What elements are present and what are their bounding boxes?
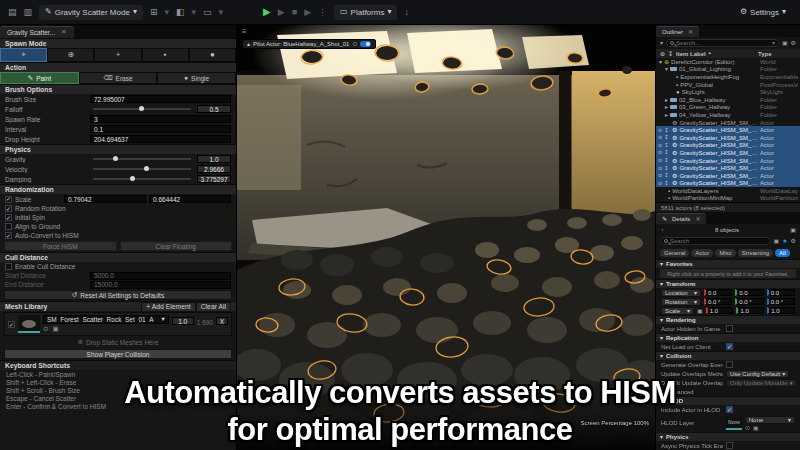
chip-general[interactable]: General (660, 249, 689, 257)
mesh-thumbnail[interactable] (18, 315, 40, 333)
outliner-row-selected[interactable]: ⊙↧ ⚙ GravityScatter_HISM_SM_Forest_ScatA… (656, 172, 800, 180)
scale-min-field[interactable]: 0.79042 (64, 195, 146, 203)
play-options-icon[interactable]: ⋮ (318, 8, 327, 17)
scale-z[interactable]: 1.0 (767, 307, 795, 314)
pin-icon[interactable]: ↧ (664, 181, 668, 186)
pin-icon[interactable]: ↧ (664, 166, 668, 171)
gravity-slider[interactable] (93, 158, 191, 160)
favorite-star-icon[interactable]: ★ (782, 238, 787, 244)
mesh-weight-field[interactable]: 1.0 (172, 317, 194, 325)
outliner-row[interactable]: ▸ 04_Yellow_HallwayFolder (656, 111, 800, 119)
caret-right-icon[interactable]: ▸ (665, 97, 668, 103)
caret-down-icon[interactable]: ▾ (665, 66, 668, 72)
falloff-slider[interactable] (93, 108, 191, 110)
rotation-y[interactable]: 0.0 ° (735, 298, 763, 305)
velocity-slider[interactable] (93, 168, 191, 170)
rotation-dropdown[interactable]: Rotation▾ (661, 298, 701, 306)
outliner-row[interactable]: ▪ PPV_GlobalPostProcessVolu (656, 81, 800, 89)
outliner-settings-icon[interactable]: ⚙ (791, 40, 796, 46)
generate-overlap-checkbox[interactable] (726, 361, 733, 368)
outliner-row-selected[interactable]: ⊙↧ ⚙ GravityScatter_HISM_SM_Forest_ScatA… (656, 134, 800, 142)
platforms-dropdown[interactable]: ▭ Platforms ▾ (334, 5, 397, 20)
details-settings-icon[interactable]: ⚙ (791, 238, 796, 244)
chevron-down-icon[interactable]: ▾ (219, 8, 224, 17)
chip-actor[interactable]: Actor (691, 249, 713, 257)
settings-small-icon[interactable]: ▣ (774, 238, 780, 244)
outliner-row-selected[interactable]: ⊙↧ ⚙ GravityScatter_HISM_SM_Forest_ScatA… (656, 164, 800, 172)
pin-icon[interactable]: ↧ (664, 128, 668, 133)
pin-icon[interactable]: ↧ (668, 51, 673, 57)
outliner-row-selected[interactable]: ⊙↧ ⚙ GravityScatter_HISM_SM_Forest_ScatA… (656, 126, 800, 134)
scale-x[interactable]: 1.0 (706, 307, 734, 314)
outliner-row[interactable]: ⚙ GravityScatter_HISM_SM_Forest_ScatActo… (656, 119, 800, 127)
chip-all[interactable]: All (775, 249, 790, 257)
use-selected-icon[interactable]: ⊙ (43, 326, 48, 333)
rotation-x[interactable]: 0.0 ° (704, 298, 732, 305)
spawn-rate-field[interactable]: 3 (90, 115, 231, 123)
force-hism-button[interactable]: Force HISM (4, 241, 117, 251)
outliner-row[interactable]: ▾ 01_Global_LightingFolder (656, 66, 800, 74)
scale-checkbox[interactable]: ✓ (5, 196, 12, 203)
save-icon[interactable]: ▤ (8, 8, 17, 17)
outliner-row[interactable]: ▪ WorldDataLayersWorldDataLayer (656, 187, 800, 195)
outliner-row[interactable]: ▾ ⊕ DerelictCorridor (Editor)World (656, 58, 800, 66)
rendering-header[interactable]: ▾ Rendering (656, 315, 800, 324)
viewport-menu-icon[interactable]: ≡ (242, 28, 247, 36)
eye-icon[interactable]: ⊙ (658, 173, 662, 178)
replication-header[interactable]: ▾ Replication (656, 333, 800, 342)
eye-icon[interactable]: ⊙ (658, 143, 662, 148)
lock-icon[interactable]: ▣ (790, 227, 796, 233)
chip-misc[interactable]: Misc (715, 249, 735, 257)
pin-icon[interactable]: ↧ (664, 158, 668, 163)
download-icon[interactable]: ↓ (404, 8, 409, 17)
rotation-z[interactable]: 0.0 ° (767, 298, 795, 305)
interval-field[interactable]: 0.1 (90, 125, 231, 133)
outliner-row[interactable]: ▪ WorldPartitionMiniMapWorldPartitionM (656, 195, 800, 203)
outliner-search[interactable]: ▾ (666, 39, 779, 47)
location-z[interactable]: 0.0 (767, 289, 795, 296)
pilot-toggle[interactable] (360, 41, 371, 47)
stop-button[interactable]: ■ (292, 8, 297, 17)
outliner-search-input[interactable] (676, 40, 770, 46)
add-actor-icon[interactable]: ⊞ (150, 8, 158, 17)
outliner-row[interactable]: ● SkyLightSkyLight (656, 88, 800, 96)
random-rotation-checkbox[interactable]: ✓ (5, 205, 12, 212)
add-element-button[interactable]: + Add Element (141, 302, 195, 312)
outliner-row-selected[interactable]: ⊙↧ ⚙ GravityScatter_HISM_SM_Forest_ScatA… (656, 180, 800, 188)
caret-right-icon[interactable]: ▸ (665, 112, 668, 118)
drop-meshes-zone[interactable]: ⊕ Drop Static Meshes Here (0, 337, 236, 348)
add-folder-icon[interactable]: ▣ (782, 40, 788, 46)
close-icon[interactable]: ✕ (61, 29, 66, 36)
align-to-ground-checkbox[interactable] (5, 223, 12, 230)
falloff-value[interactable]: 0.5 (197, 105, 231, 113)
sort-asc-icon[interactable]: ▲ (708, 51, 712, 57)
eye-icon[interactable]: ⊙ (658, 181, 662, 186)
pin-icon[interactable]: ↧ (664, 143, 668, 148)
erase-button[interactable]: ⌫Erase (79, 72, 158, 84)
mesh-enabled-checkbox[interactable]: ✓ (8, 321, 15, 328)
outliner-row[interactable]: ▪ ExponentialHeightFogExponentialHeigh (656, 73, 800, 81)
skip-button[interactable]: ▶ (278, 8, 285, 17)
outliner-row-selected[interactable]: ⊙↧ ⚙ GravityScatter_HISM_SM_Forest_ScatA… (656, 157, 800, 165)
auto-convert-checkbox[interactable]: ✓ (5, 232, 12, 239)
chevron-down-icon[interactable]: ▾ (191, 8, 196, 17)
pilot-actor-bar[interactable]: ▴ Pilot Actor: BlueHallway_A_Shot_01 ⊙ (242, 39, 376, 49)
spawn-mode-square[interactable]: ▪ (142, 48, 189, 62)
play-button[interactable]: ▶ (263, 7, 271, 17)
damping-slider[interactable] (93, 178, 191, 180)
location-dropdown[interactable]: Location▾ (661, 289, 701, 297)
net-load-checkbox[interactable]: ✓ (726, 343, 733, 350)
eye-icon[interactable]: ⊙ (658, 150, 662, 155)
details-search[interactable] (660, 237, 771, 245)
single-button[interactable]: ●Single (157, 72, 236, 84)
scale-y[interactable]: 1.0 (736, 307, 764, 314)
mesh-asset-dropdown[interactable]: SM_Forest_Scatter_Rock_Set_01_A ▾ (43, 315, 169, 324)
location-x[interactable]: 0.0 (704, 289, 732, 296)
show-player-collision-button[interactable]: Show Player Collision (4, 349, 232, 359)
eye-icon[interactable]: ⊙ (658, 158, 662, 163)
initial-spin-checkbox[interactable]: ✓ (5, 214, 12, 221)
drop-height-field[interactable]: 204.694637 (90, 135, 231, 143)
outliner-row-selected[interactable]: ⊙↧ ⚙ GravityScatter_HISM_SM_Forest_ScatA… (656, 149, 800, 157)
eye-icon[interactable]: ⊙ (658, 166, 662, 171)
spawn-mode-sphere[interactable]: ⊕ (47, 48, 94, 62)
